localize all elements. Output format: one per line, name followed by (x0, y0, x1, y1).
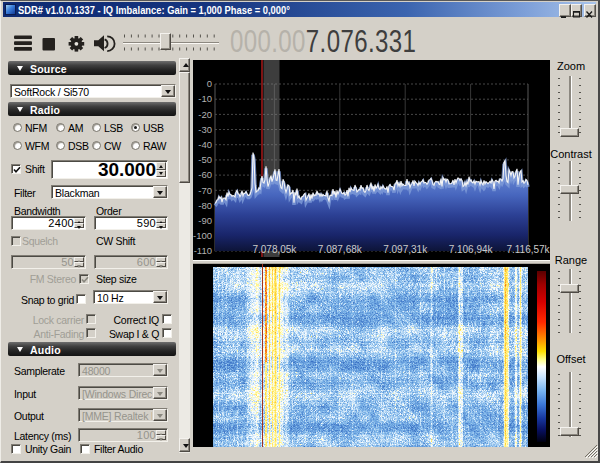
svg-text:7.097,31k: 7.097,31k (383, 244, 428, 255)
svg-text:7.087,68k: 7.087,68k (318, 244, 363, 255)
svg-text:7.116,57k: 7.116,57k (506, 244, 550, 255)
svg-text:-100: -100 (193, 230, 212, 241)
svg-text:-30: -30 (198, 124, 212, 135)
svg-text:-20: -20 (198, 109, 212, 120)
svg-text:7.106,94k: 7.106,94k (449, 244, 494, 255)
svg-text:-50: -50 (198, 154, 212, 165)
svg-text:-80: -80 (198, 200, 212, 211)
svg-text:7.078,05k: 7.078,05k (252, 244, 297, 255)
svg-text:-90: -90 (198, 215, 212, 226)
svg-text:0: 0 (207, 78, 212, 89)
svg-text:-40: -40 (198, 139, 212, 150)
svg-text:-60: -60 (198, 169, 212, 180)
svg-text:-110: -110 (194, 245, 212, 256)
svg-text:-10: -10 (198, 93, 212, 104)
svg-text:-70: -70 (198, 185, 212, 196)
